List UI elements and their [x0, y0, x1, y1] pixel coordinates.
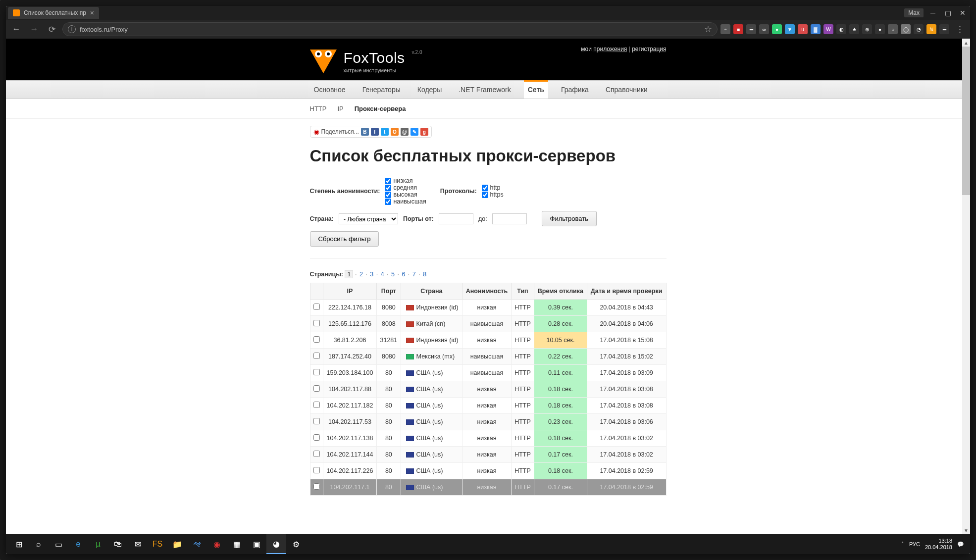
row-checkbox[interactable]	[313, 483, 320, 490]
page-link[interactable]: 2	[359, 271, 364, 278]
back-icon[interactable]: ←	[9, 22, 24, 37]
site-info-icon[interactable]: i	[68, 25, 76, 33]
page-link[interactable]: 8	[422, 271, 427, 278]
nav-item[interactable]: Кодеры	[413, 81, 446, 99]
port-from-input[interactable]	[439, 213, 473, 224]
logo-icon[interactable]	[310, 50, 337, 73]
row-checkbox[interactable]	[313, 418, 320, 424]
app-icon[interactable]: ▦	[227, 534, 247, 554]
forward-icon[interactable]: →	[27, 22, 42, 37]
ext-icon[interactable]: ℕ	[926, 24, 936, 34]
ext-icon[interactable]: ●	[772, 24, 782, 34]
scroll-thumb[interactable]	[962, 47, 970, 195]
port-to-input[interactable]	[492, 213, 527, 224]
mail-icon[interactable]: @	[401, 128, 409, 136]
row-checkbox[interactable]	[313, 320, 320, 326]
ext-icon[interactable]: ◯	[901, 24, 911, 34]
row-checkbox[interactable]	[313, 467, 320, 473]
page-link[interactable]: 4	[380, 271, 385, 278]
store-icon[interactable]: 🛍	[108, 534, 128, 554]
close-icon[interactable]: ✕	[957, 8, 968, 18]
menu-icon[interactable]: ⋮	[952, 22, 967, 37]
clock[interactable]: 13:18 20.04.2018	[925, 538, 952, 551]
taskview-icon[interactable]: ▭	[49, 534, 68, 554]
row-checkbox[interactable]	[313, 304, 320, 310]
ext-icon[interactable]: u	[798, 24, 808, 34]
ext-icon[interactable]: ◐	[836, 24, 846, 34]
subnav-item[interactable]: Прокси-сервера	[355, 105, 406, 112]
fs-icon[interactable]: FS	[148, 534, 167, 554]
ext-icon[interactable]: ∞	[759, 24, 769, 34]
tw-icon[interactable]: t	[381, 128, 389, 136]
ext-icon[interactable]: ◔	[914, 24, 924, 34]
ext-icon[interactable]: W	[823, 24, 833, 34]
register-link[interactable]: регистрация	[632, 46, 666, 52]
country-select[interactable]: - Любая страна -	[339, 213, 398, 224]
page-link[interactable]: 5	[390, 271, 396, 278]
myapps-link[interactable]: мои приложения	[581, 46, 627, 52]
anon-checkbox[interactable]	[385, 199, 391, 205]
subnav-item[interactable]: IP	[337, 105, 343, 112]
proto-checkbox[interactable]	[482, 192, 488, 198]
ext-icon[interactable]: ▓	[811, 24, 821, 34]
row-checkbox[interactable]	[313, 434, 320, 441]
page-link[interactable]: 6	[401, 271, 406, 278]
anon-checkbox[interactable]	[385, 185, 391, 191]
reload-icon[interactable]: ⟳	[45, 22, 59, 37]
nav-item[interactable]: Справочники	[602, 81, 652, 99]
row-checkbox[interactable]	[313, 451, 320, 457]
nav-item[interactable]: Графика	[557, 81, 593, 99]
minimize-icon[interactable]: ─	[927, 8, 938, 18]
edge-icon[interactable]: e	[68, 534, 88, 554]
ext-icon[interactable]: ☰	[746, 24, 756, 34]
reset-button[interactable]: Сбросить фильтр	[310, 231, 379, 247]
gplus-icon[interactable]: g	[420, 128, 428, 136]
nav-item[interactable]: Основное	[310, 81, 350, 99]
scroll-down-icon[interactable]: ▼	[962, 526, 970, 534]
filter-button[interactable]: Фильтровать	[542, 211, 597, 226]
tab-close-icon[interactable]: ×	[90, 9, 94, 17]
ext-icon[interactable]: ⚬	[720, 24, 730, 34]
row-checkbox[interactable]	[313, 402, 320, 408]
settings-icon[interactable]: ⚙	[286, 534, 306, 554]
maximize-icon[interactable]: ▢	[942, 8, 953, 18]
ok-icon[interactable]: O	[391, 128, 399, 136]
app-icon[interactable]: ▣	[247, 534, 266, 554]
ext-icon[interactable]: ●	[875, 24, 885, 34]
profile-badge[interactable]: Max	[904, 8, 924, 17]
ext-icon[interactable]: ⊕	[862, 24, 872, 34]
notifications-icon[interactable]: 💬	[957, 541, 964, 548]
chrome-icon[interactable]: ◕	[266, 534, 286, 554]
nav-item[interactable]: Сеть	[524, 80, 548, 99]
lj-icon[interactable]: ✎	[411, 128, 418, 136]
proto-checkbox[interactable]	[482, 185, 488, 191]
app-icon[interactable]: 🛩	[187, 534, 207, 554]
vk-icon[interactable]: B	[361, 128, 369, 136]
ext-icon[interactable]: ■	[733, 24, 743, 34]
page-link[interactable]: 1	[345, 270, 353, 278]
nav-item[interactable]: .NET Framework	[455, 81, 515, 99]
ext-icon[interactable]: ☰	[939, 24, 949, 34]
subnav-item[interactable]: HTTP	[310, 105, 327, 112]
anon-checkbox[interactable]	[385, 192, 391, 198]
page-link[interactable]: 7	[411, 271, 417, 278]
mail-icon[interactable]: ✉	[128, 534, 148, 554]
start-icon[interactable]: ⊞	[9, 534, 29, 554]
row-checkbox[interactable]	[313, 353, 320, 359]
tray-up-icon[interactable]: ˄	[901, 541, 904, 548]
row-checkbox[interactable]	[313, 336, 320, 343]
explorer-icon[interactable]: 📁	[167, 534, 187, 554]
app-icon[interactable]: ◉	[207, 534, 227, 554]
share-widget[interactable]: ◉ Поделиться... B f t O @ ✎ g	[310, 126, 432, 138]
scroll-up-icon[interactable]: ▲	[962, 39, 970, 47]
anon-checkbox[interactable]	[385, 178, 391, 184]
browser-tab[interactable]: Список бесплатных пр ×	[8, 7, 99, 19]
lang-indicator[interactable]: РУС	[909, 541, 920, 547]
search-icon[interactable]: ⌕	[29, 534, 49, 554]
utorrent-icon[interactable]: µ	[88, 534, 108, 554]
row-checkbox[interactable]	[313, 369, 320, 375]
nav-item[interactable]: Генераторы	[359, 81, 405, 99]
scrollbar[interactable]: ▲ ▼	[962, 39, 970, 534]
fb-icon[interactable]: f	[371, 128, 379, 136]
row-checkbox[interactable]	[313, 385, 320, 392]
